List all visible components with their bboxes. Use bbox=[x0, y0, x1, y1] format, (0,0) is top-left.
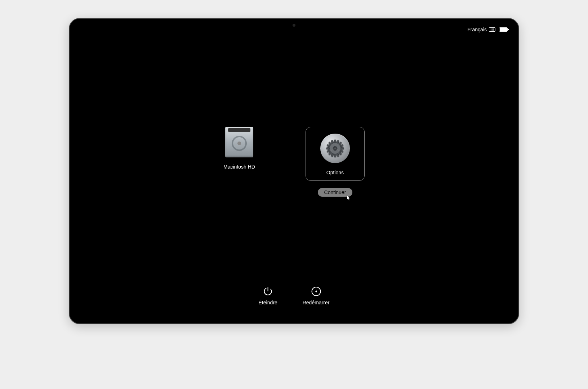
disk-label: Macintosh HD bbox=[223, 164, 255, 170]
cursor-icon bbox=[347, 195, 351, 202]
options-label: Options bbox=[326, 170, 344, 175]
power-icon bbox=[263, 287, 273, 296]
bottom-actions: Éteindre Redémarrer bbox=[259, 287, 330, 305]
hard-drive-icon bbox=[225, 127, 253, 157]
svg-rect-2 bbox=[334, 154, 336, 157]
language-label: Français bbox=[467, 27, 487, 32]
svg-rect-4 bbox=[341, 148, 344, 149]
boot-options-container: Macintosh HD bbox=[223, 127, 365, 197]
boot-option-macintosh-hd[interactable]: Macintosh HD bbox=[223, 127, 255, 170]
device-frame: Français Macintosh HD bbox=[69, 18, 519, 324]
keyboard-icon bbox=[489, 27, 495, 32]
shutdown-label: Éteindre bbox=[259, 300, 277, 305]
restart-button[interactable]: Redémarrer bbox=[303, 287, 330, 305]
restart-label: Redémarrer bbox=[303, 300, 330, 305]
input-language-indicator[interactable]: Français bbox=[467, 27, 495, 32]
boot-option-options[interactable]: Options bbox=[306, 127, 365, 181]
gear-icon bbox=[320, 134, 350, 163]
shutdown-button[interactable]: Éteindre bbox=[259, 287, 277, 305]
boot-option-options-wrapper: Options Continuer bbox=[306, 127, 365, 197]
svg-rect-1 bbox=[334, 140, 336, 143]
battery-fill bbox=[500, 28, 507, 31]
battery-icon bbox=[499, 27, 508, 32]
camera-dot bbox=[293, 24, 295, 27]
continue-button-label: Continuer bbox=[324, 189, 346, 195]
svg-rect-3 bbox=[326, 148, 329, 149]
restart-icon bbox=[311, 287, 321, 296]
status-bar: Français bbox=[467, 27, 508, 32]
continue-button[interactable]: Continuer bbox=[318, 188, 353, 197]
